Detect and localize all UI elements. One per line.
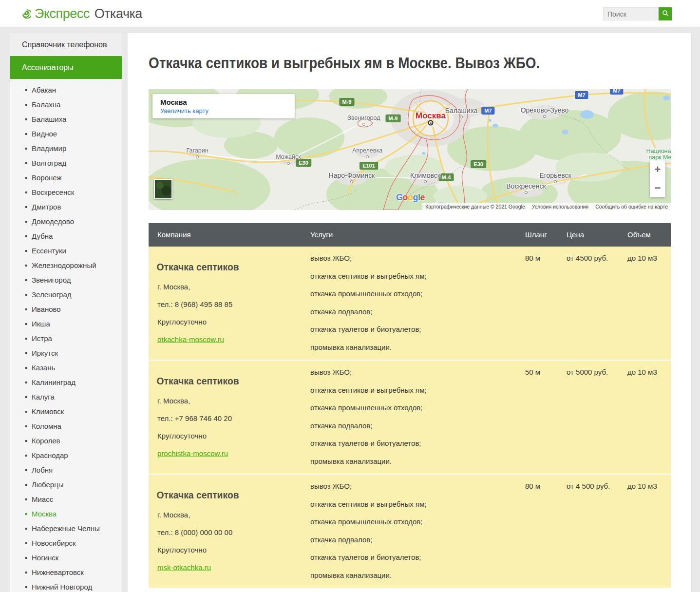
map-info-card: Москва Увеличить карту: [152, 94, 295, 118]
google-logo[interactable]: Google: [396, 192, 425, 203]
company-row: Откачка септиковг. Москва,тел.: 8 (000) …: [149, 475, 671, 589]
company-site-link[interactable]: msk-otkachka.ru: [157, 563, 211, 572]
map-marker: [543, 115, 546, 118]
map-place-label: Наро-Фоминск: [329, 172, 375, 179]
map-marker: [366, 155, 369, 158]
sidebar-item-city[interactable]: Новосибирск: [10, 536, 122, 551]
city-label: Воскресенск: [32, 188, 74, 196]
bullet-icon: [25, 572, 27, 573]
company-cell: Откачка септиковг. Москва,тел.: 8 (968) …: [149, 247, 302, 360]
city-label: Абакан: [32, 86, 56, 94]
sidebar-item-city[interactable]: Лобня: [10, 463, 122, 477]
bullet-icon: [25, 265, 27, 267]
sidebar-item-city[interactable]: Балашиха: [10, 112, 122, 127]
company-name: Откачка септиков: [149, 489, 289, 501]
price-value: от 4 500 руб.: [558, 481, 619, 492]
sidebar-item-city[interactable]: Казань: [10, 361, 122, 375]
bullet-icon: [25, 323, 27, 325]
sidebar-item-city[interactable]: Зеленоград: [10, 287, 122, 302]
sidebar-item-city[interactable]: Коломна: [10, 419, 122, 434]
sidebar-item-city[interactable]: Домодедово: [10, 214, 122, 229]
city-label: Икша: [32, 320, 50, 328]
bullet-icon: [25, 542, 27, 544]
sidebar-item-city[interactable]: Владимир: [10, 141, 122, 156]
volume-value: до 10 м3: [619, 481, 671, 492]
site-logo[interactable]: ЭкспрессОткачка: [19, 6, 142, 21]
road-badge: М-4: [439, 173, 454, 181]
sidebar-item-city[interactable]: Климовск: [10, 404, 122, 419]
map-marker: [525, 191, 528, 194]
city-label: Домодедово: [32, 217, 74, 226]
sidebar-item-city[interactable]: Икша: [10, 317, 122, 331]
map-copyright-text: Картографические данные © 2021 Google: [425, 204, 525, 210]
column-header-hose: Шланг: [516, 223, 558, 247]
service-item: откачка промышленных отходов;: [302, 402, 516, 413]
service-item: промывка канализации.: [302, 342, 516, 353]
company-site-link[interactable]: otkachka-moscow.ru: [157, 335, 224, 344]
city-label: Дубна: [32, 232, 53, 240]
google-logo-letter: G: [396, 192, 403, 202]
sidebar-item-city[interactable]: Иваново: [10, 302, 122, 317]
services-cell: вывоз ЖБО;откачка септиков и выгребных я…: [302, 361, 516, 474]
satellite-view-thumbnail[interactable]: [154, 179, 172, 199]
sidebar-section-assenizatory[interactable]: Ассенизаторы: [10, 56, 122, 79]
map-marker: [424, 180, 427, 183]
price-cell: от 4 500 руб.: [558, 475, 619, 588]
map-enlarge-link[interactable]: Увеличить карту: [160, 107, 208, 115]
sidebar-item-city[interactable]: Иркутск: [10, 346, 122, 361]
sidebar-item-city[interactable]: Королев: [10, 434, 122, 448]
google-map[interactable]: М-9М-9Е30Е101М-4Е30М7М7М7МоскваБалашихаО…: [149, 89, 671, 210]
search-input[interactable]: [603, 7, 659, 20]
sidebar-item-city[interactable]: Воскресенск: [10, 185, 122, 200]
volume-cell: до 10 м3: [619, 361, 671, 474]
map-attribution: Картографические данные © 2021 Google Ус…: [422, 203, 671, 210]
city-label: Зеленоград: [32, 290, 72, 299]
company-row: Откачка септиковг. Москва,тел.: +7 968 7…: [149, 361, 671, 475]
sidebar-item-city[interactable]: Балахна: [10, 97, 122, 112]
company-row: Откачка септиковг. Москва,тел.: 8 (968) …: [149, 247, 671, 361]
price-cell: от 5000 руб.: [558, 361, 619, 474]
bullet-icon: [25, 104, 27, 106]
sidebar-item-city[interactable]: Истра: [10, 331, 122, 346]
city-label: Люберцы: [32, 480, 64, 489]
column-header-volume: Объем: [619, 223, 671, 247]
sidebar-item-city[interactable]: Калуга: [10, 390, 122, 404]
sidebar-item-city[interactable]: Волгоград: [10, 156, 122, 171]
city-label: Дмитров: [32, 203, 61, 211]
sidebar-item-city[interactable]: Миасс: [10, 492, 122, 507]
sidebar-item-city[interactable]: Люберцы: [10, 477, 122, 492]
search-button[interactable]: [659, 7, 672, 20]
sidebar-item-city[interactable]: Ногинск: [10, 551, 122, 565]
city-label: Видное: [32, 130, 57, 138]
sidebar-item-city[interactable]: Видное: [10, 127, 122, 141]
company-site-link[interactable]: prochistka-moscow.ru: [157, 449, 228, 458]
sidebar-item-city[interactable]: Нижневартовск: [10, 565, 122, 580]
map-report-error-link[interactable]: Сообщить об ошибке на карте: [595, 204, 668, 210]
sidebar-item-city[interactable]: Звенигород: [10, 273, 122, 287]
sidebar-item-city[interactable]: Нижний Новгород: [10, 580, 122, 592]
city-label: Калининград: [32, 378, 76, 386]
sidebar-item-city[interactable]: Абакан: [10, 83, 122, 97]
map-info-title: Москва: [160, 98, 287, 106]
map-marker: [554, 180, 557, 183]
hose-value: 80 м: [516, 253, 558, 264]
map-place-label: Егорьевск: [539, 172, 571, 179]
road-badge: Е101: [359, 162, 378, 170]
sidebar-item-city[interactable]: Железнодорожный: [10, 258, 122, 273]
sidebar-item-city[interactable]: Калининград: [10, 375, 122, 390]
sidebar-item-city[interactable]: Ессентуки: [10, 244, 122, 258]
volume-value: до 10 м3: [619, 367, 671, 378]
sidebar-item-city[interactable]: Дмитров: [10, 200, 122, 214]
sidebar-item-city[interactable]: Дубна: [10, 229, 122, 244]
sidebar-item-city[interactable]: Москва: [10, 507, 122, 521]
zoom-out-button[interactable]: −: [650, 179, 665, 198]
map-terms-link[interactable]: Условия использования: [532, 204, 589, 210]
zoom-in-button[interactable]: +: [650, 160, 665, 179]
sidebar: Справочник телефонов Ассенизаторы Абакан…: [10, 33, 122, 592]
bullet-icon: [25, 396, 27, 398]
sidebar-item-city[interactable]: Набережные Челны: [10, 521, 122, 536]
service-item: откачка септиков и выгребных ям;: [302, 271, 516, 282]
bullet-icon: [25, 352, 27, 354]
sidebar-item-city[interactable]: Воронеж: [10, 171, 122, 185]
sidebar-item-city[interactable]: Краснодар: [10, 448, 122, 463]
